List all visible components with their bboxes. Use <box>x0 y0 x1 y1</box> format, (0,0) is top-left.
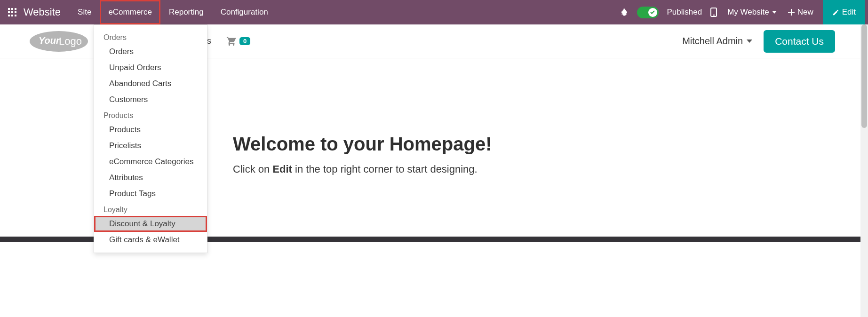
svg-rect-4 <box>11 11 13 13</box>
menu-site[interactable]: Site <box>69 0 100 24</box>
sub-prefix: Click on <box>233 163 272 175</box>
dd-abandoned-carts[interactable]: Abandoned Carts <box>94 76 207 92</box>
svg-rect-8 <box>15 15 16 16</box>
pencil-icon <box>832 9 839 16</box>
main-content: Welcome to your Homepage! Click on Edit … <box>233 134 868 237</box>
sub-suffix: in the top right corner to start designi… <box>292 163 478 175</box>
cart-count: 0 <box>239 37 250 45</box>
bug-icon[interactable] <box>618 8 630 16</box>
dd-pricelists[interactable]: Pricelists <box>94 138 207 154</box>
svg-rect-2 <box>15 8 16 10</box>
edit-button[interactable]: Edit <box>823 0 865 24</box>
my-website-label: My Website <box>727 8 769 17</box>
scrollbar-thumb[interactable] <box>861 24 867 128</box>
svg-text:Logo: Logo <box>59 35 82 47</box>
dd-customers[interactable]: Customers <box>94 92 207 108</box>
menu-configuration[interactable]: Configuration <box>212 0 277 24</box>
cart-icon <box>225 36 238 47</box>
topbar-right: Published My Website New Edit <box>618 0 865 24</box>
dd-unpaid-orders[interactable]: Unpaid Orders <box>94 60 207 76</box>
section-products: Products <box>94 108 207 122</box>
dd-gift-cards-ewallet[interactable]: Gift cards & eWallet <box>94 232 207 242</box>
plus-icon <box>788 9 795 16</box>
svg-rect-1 <box>11 8 13 10</box>
check-icon <box>648 8 657 17</box>
published-label: Published <box>667 8 702 17</box>
account-dropdown[interactable]: Mitchell Admin <box>682 36 752 47</box>
welcome-suffix: ! <box>486 134 492 154</box>
svg-rect-6 <box>8 15 10 16</box>
topbar-left: Website Site eCommerce Reporting Configu… <box>3 0 277 24</box>
welcome-prefix: Welcome to your <box>233 134 390 154</box>
dd-discount-loyalty[interactable]: Discount & Loyalty <box>94 216 207 232</box>
app-title[interactable]: Website <box>22 6 69 18</box>
menu-ecommerce[interactable]: eCommerce <box>100 0 160 24</box>
logo[interactable]: Your Logo <box>28 30 89 53</box>
cart[interactable]: 0 <box>225 36 250 47</box>
dd-ecommerce-categories[interactable]: eCommerce Categories <box>94 154 207 170</box>
svg-text:Your: Your <box>39 35 60 46</box>
chevron-down-icon <box>747 40 752 43</box>
sub-strong: Edit <box>272 163 292 175</box>
topbar: Website Site eCommerce Reporting Configu… <box>0 0 868 24</box>
subtext: Click on Edit in the top right corner to… <box>233 163 868 175</box>
mobile-icon[interactable] <box>709 8 719 17</box>
apps-icon[interactable] <box>3 0 22 24</box>
section-orders: Orders <box>94 30 207 44</box>
my-website-dropdown[interactable]: My Website <box>725 8 779 17</box>
welcome-strong: Homepage <box>390 134 486 154</box>
scrollbar[interactable] <box>860 24 868 242</box>
svg-rect-0 <box>8 8 10 10</box>
svg-rect-5 <box>15 11 16 13</box>
new-label: New <box>797 8 813 17</box>
svg-rect-3 <box>8 11 10 13</box>
edit-label: Edit <box>842 8 856 17</box>
dd-products[interactable]: Products <box>94 122 207 138</box>
dd-orders[interactable]: Orders <box>94 44 207 60</box>
dd-attributes[interactable]: Attributes <box>94 170 207 186</box>
ecommerce-dropdown: Orders Orders Unpaid Orders Abandoned Ca… <box>94 24 207 242</box>
contact-us-button[interactable]: Contact Us <box>764 30 835 53</box>
dd-product-tags[interactable]: Product Tags <box>94 186 207 202</box>
new-button[interactable]: New <box>785 8 816 17</box>
svg-rect-7 <box>11 15 13 16</box>
account-name: Mitchell Admin <box>682 36 743 47</box>
section-loyalty: Loyalty <box>94 202 207 216</box>
menu-reporting[interactable]: Reporting <box>160 0 212 24</box>
chevron-down-icon <box>772 11 777 14</box>
published-toggle[interactable] <box>637 7 659 18</box>
welcome-heading: Welcome to your Homepage! <box>233 134 868 155</box>
